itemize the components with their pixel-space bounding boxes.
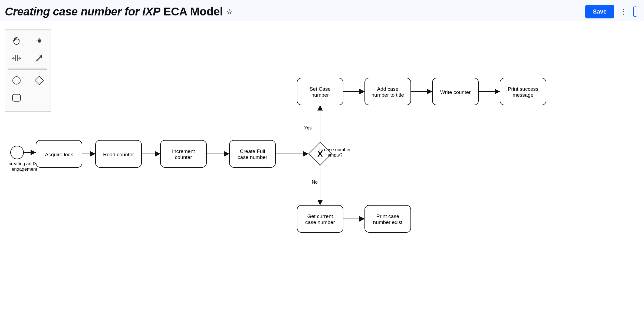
task-print-success[interactable]: Print successmessage [500, 78, 546, 105]
task-write-counter[interactable]: Write counter [432, 78, 478, 105]
svg-point-7 [11, 146, 24, 159]
svg-text:Write counter: Write counter [440, 89, 471, 95]
start-event-label: creating an IXPengagement [9, 161, 40, 172]
task-create-full[interactable]: Create Fullcase number [229, 140, 275, 167]
editor-header: Creating case number for IXP ECA Model ☆… [0, 0, 644, 21]
svg-text:Get currentcase number: Get currentcase number [305, 213, 335, 225]
task-set-case[interactable]: Set Casenumber [297, 78, 343, 105]
task-acquire-lock[interactable]: Acquire lock [36, 140, 82, 167]
svg-text:Incrementcounter: Incrementcounter [172, 148, 195, 160]
svg-text:Create Fullcase number: Create Fullcase number [238, 148, 268, 160]
svg-text:Set Casenumber: Set Casenumber [310, 86, 331, 98]
task-get-current[interactable]: Get currentcase number [297, 205, 343, 232]
more-actions-icon[interactable]: ⋮ [619, 8, 628, 16]
page-title: Creating case number for IXP ECA Model ☆ [5, 5, 232, 18]
start-event[interactable] [11, 146, 24, 159]
svg-text:Print casenumber exist: Print casenumber exist [373, 213, 403, 225]
task-read-counter[interactable]: Read counter [96, 140, 142, 167]
task-add-case-title[interactable]: Add casenumber to title [365, 78, 411, 105]
header-actions: Save ⋮ [585, 5, 636, 18]
edge-label-no: No [312, 180, 318, 185]
panel-toggle-icon[interactable] [633, 6, 636, 17]
task-increment-counter[interactable]: Incrementcounter [160, 140, 206, 167]
task-print-exist[interactable]: Print casenumber exist [365, 205, 411, 232]
diagram-canvas[interactable]: creating an IXPengagement Acquire lock R… [5, 29, 639, 273]
title-italic: Creating case number for IXP [5, 5, 160, 18]
bpmn-diagram[interactable]: creating an IXPengagement Acquire lock R… [5, 29, 638, 273]
star-icon[interactable]: ☆ [226, 8, 232, 15]
svg-text:Read counter: Read counter [103, 152, 134, 157]
edge-label-yes: Yes [304, 125, 312, 131]
svg-text:Acquire lock: Acquire lock [45, 152, 73, 157]
title-rest: ECA Model [160, 5, 223, 18]
save-button[interactable]: Save [585, 5, 614, 18]
